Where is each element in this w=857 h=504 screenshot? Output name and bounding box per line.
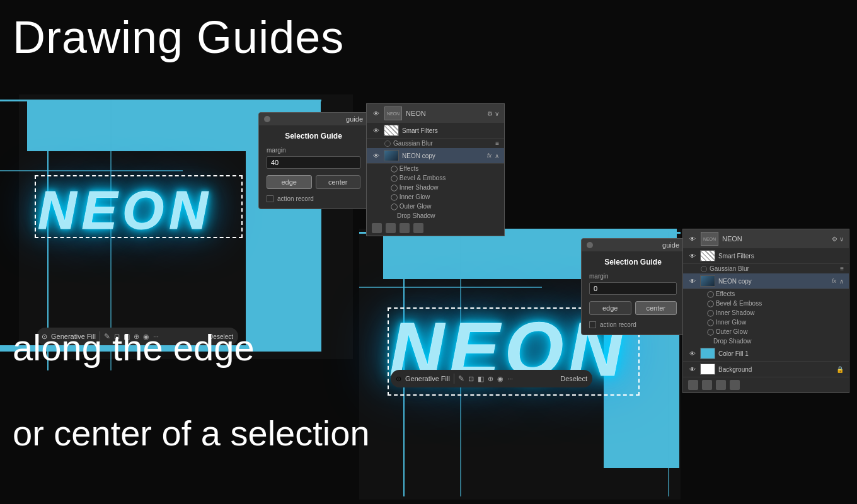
layer-row-background-right[interactable]: 👁 Background 🔒 — [683, 362, 849, 377]
layer-row-neon-copy-right[interactable]: 👁 NEON copy fx ∧ — [683, 273, 849, 289]
layer-row-gaussian-right[interactable]: Gaussian Blur ≡ — [683, 264, 849, 273]
eye-icon-neon-copy-left[interactable]: 👁 — [372, 152, 381, 159]
guide-panel-close-left[interactable] — [264, 116, 270, 122]
layers-settings-icon-right[interactable]: ⚙ ∨ — [832, 236, 844, 243]
expand-icon-neon-copy-right[interactable]: ∧ — [839, 278, 844, 285]
guide-margin-input-right[interactable] — [589, 282, 677, 295]
layer-row-inner-glow-right[interactable]: ◯ Inner Glow — [683, 318, 849, 327]
layers-bottom-icon2-left[interactable] — [386, 223, 396, 233]
layer-name-smart-filters-right: Smart Filters — [718, 253, 844, 260]
layers-bottom-icon1-right[interactable] — [688, 380, 698, 390]
layer-row-gaussian-left[interactable]: Gaussian Blur ≡ — [367, 139, 504, 148]
layers-bottom-icon4-left[interactable] — [413, 223, 423, 233]
layer-name-neon-copy-right: NEON copy — [718, 278, 829, 285]
layers-bottom-left — [367, 220, 504, 236]
layer-name-gaussian-right: Gaussian Blur — [710, 265, 749, 272]
layers-bottom-icon3-right[interactable] — [716, 380, 726, 390]
layer-name-inner-shadow-left: ◯ Inner Shadow — [391, 184, 439, 191]
subtitle-along-edge: along the edge — [13, 326, 255, 369]
toolbar-icon-brush-right[interactable]: ⊕ — [488, 375, 493, 383]
guide-panel-title-bar-left: guide — [259, 113, 368, 125]
layer-name-bevel-left: ◯ Bevel & Emboss — [391, 175, 446, 181]
layer-name-inner-shadow-right: ◯ Inner Shadow — [707, 309, 755, 316]
guide-edge-button-left[interactable]: edge — [267, 175, 312, 189]
guide-panel-subtitle-left: Selection Guide — [267, 132, 360, 140]
layer-name-background: Background — [718, 366, 833, 373]
lock-icon-background: 🔒 — [836, 366, 844, 373]
layer-name-inner-glow-left: ◯ Inner Glow — [391, 193, 430, 200]
expand-icon-neon-copy-left[interactable]: ∧ — [495, 152, 499, 159]
layer-name-drop-shadow-left: Drop Shadow — [397, 212, 435, 219]
layers-thumb-neon-left: NEON — [384, 106, 402, 120]
layer-row-color-fill-right[interactable]: 👁 Color Fill 1 — [683, 346, 849, 362]
layer-thumb-smart-filters — [384, 125, 399, 136]
layers-title-left: NEON — [406, 110, 483, 117]
layer-name-effects-right: ◯ Effects — [707, 290, 735, 297]
neon-selection-left — [35, 175, 243, 238]
layer-name-color-fill: Color Fill 1 — [718, 350, 844, 357]
action-record-checkbox-right[interactable] — [589, 321, 596, 328]
fx-badge-neon-copy-right: fx — [832, 278, 836, 284]
guide-edge-button-right[interactable]: edge — [589, 301, 631, 315]
layer-row-outer-glow-right[interactable]: ◯ Outer Glow — [683, 327, 849, 336]
layers-bottom-icon1-left[interactable] — [372, 223, 382, 233]
eye-icon-background[interactable]: 👁 — [688, 366, 697, 372]
toolbar-right: ⊙ Generative Fill ✎ ⊡ ◧ ⊕ ◉ ··· Deselect — [391, 370, 592, 387]
layers-header-right: 👁 NEON NEON ⚙ ∨ — [683, 229, 849, 248]
chain-icon-gaussian — [384, 140, 391, 147]
eye-icon-right-main[interactable]: 👁 — [688, 236, 697, 242]
layer-row-inner-shadow-left[interactable]: ◯ Inner Shadow — [367, 183, 504, 192]
layer-row-effects-left[interactable]: ◯ Effects — [367, 164, 504, 173]
eye-icon-smart-filters[interactable]: 👁 — [372, 127, 381, 134]
guide-center-button-left[interactable]: center — [316, 175, 361, 189]
layer-name-effects-left: ◯ Effects — [391, 165, 418, 172]
layer-row-drop-shadow-left[interactable]: Drop Shadow — [367, 211, 504, 220]
layer-row-outer-glow-left[interactable]: ◯ Outer Glow — [367, 202, 504, 211]
layer-row-smart-filters-right[interactable]: 👁 Smart Filters — [683, 248, 849, 264]
eye-icon-smart-filters-right[interactable]: 👁 — [688, 253, 697, 259]
guide-panel-title-text-left: guide — [346, 115, 363, 123]
layer-row-smart-filters-left[interactable]: 👁 Smart Filters — [367, 123, 504, 139]
generative-fill-label-right[interactable]: Generative Fill — [405, 375, 450, 382]
layer-row-inner-glow-left[interactable]: ◯ Inner Glow — [367, 192, 504, 202]
fx-badge-neon-copy-left: fx — [487, 152, 492, 159]
eye-icon-color-fill[interactable]: 👁 — [688, 350, 697, 357]
layer-name-smart-filters-left: Smart Filters — [402, 127, 499, 134]
toolbar-icon-circle-right[interactable]: ◉ — [497, 375, 503, 383]
layers-bottom-icon4-right[interactable] — [730, 380, 740, 390]
toolbar-icon-transform-right[interactable]: ⊡ — [468, 375, 474, 383]
layer-thumb-neon-copy-left — [384, 150, 399, 161]
layer-name-neon-copy-left: NEON copy — [402, 152, 484, 159]
eye-icon-neon-copy-right[interactable]: 👁 — [688, 278, 697, 284]
page-title: Drawing Guides — [13, 11, 344, 63]
layer-row-bevel-left[interactable]: ◯ Bevel & Emboss — [367, 173, 504, 183]
guide-panel-subtitle-right: Selection Guide — [589, 258, 677, 266]
action-record-checkbox-left[interactable] — [267, 195, 273, 202]
layer-thumb-color-fill — [700, 348, 715, 359]
layer-row-neon-copy-left[interactable]: 👁 NEON copy fx ∧ — [367, 148, 504, 164]
layer-row-drop-shadow-right[interactable]: Drop Shadow — [683, 336, 849, 346]
layers-bottom-icon2-right[interactable] — [702, 380, 712, 390]
gaussian-icon-right: ≡ — [840, 265, 844, 272]
toolbar-icon-edit-right[interactable]: ✎ — [458, 374, 464, 383]
toolbar-icon-fill-right[interactable]: ◧ — [478, 375, 484, 383]
layer-row-effects-right[interactable]: ◯ Effects — [683, 289, 849, 299]
guide-margin-input-left[interactable] — [267, 156, 360, 169]
guide-center-button-right[interactable]: center — [635, 301, 677, 315]
guide-panel-close-right[interactable] — [587, 242, 593, 248]
toolbar-more-right[interactable]: ··· — [507, 375, 513, 382]
guide-panel-left: guide Selection Guide margin edge center… — [258, 112, 369, 209]
layers-bottom-icon3-left[interactable] — [400, 223, 410, 233]
layers-panel-left: 👁 NEON NEON ⚙ ∨ 👁 Smart Filters Gaussian… — [366, 103, 505, 236]
layer-row-bevel-right[interactable]: ◯ Bevel & Emboss — [683, 299, 849, 308]
deselect-button-right[interactable]: Deselect — [560, 375, 587, 382]
guide-margin-label-left: margin — [267, 147, 360, 154]
action-record-label-left: action record — [277, 195, 314, 202]
guide-panel-title-text-right: guide — [662, 241, 679, 249]
layer-row-inner-shadow-right[interactable]: ◯ Inner Shadow — [683, 308, 849, 318]
guide-line-h-mid-left — [0, 170, 183, 171]
action-record-label-right: action record — [600, 321, 636, 328]
layers-settings-icon[interactable]: ⚙ ∨ — [487, 110, 499, 117]
layer-name-inner-glow-right: ◯ Inner Glow — [707, 319, 746, 326]
eye-icon-left-main[interactable]: 👁 — [372, 110, 381, 117]
